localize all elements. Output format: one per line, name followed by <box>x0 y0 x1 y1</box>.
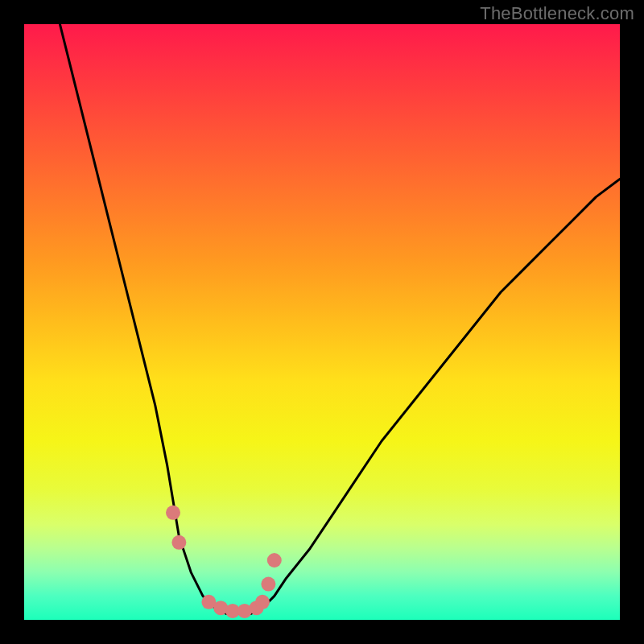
marker-point <box>171 535 186 550</box>
plot-area <box>24 24 620 620</box>
marker-point <box>255 595 270 609</box>
curve-layer <box>24 24 620 620</box>
marker-group <box>166 506 282 618</box>
chart-frame: TheBottleneck.com <box>0 0 644 644</box>
marker-point <box>267 553 282 568</box>
bottleneck-curve <box>60 24 620 614</box>
marker-point <box>261 577 275 592</box>
watermark-text: TheBottleneck.com <box>480 3 634 24</box>
marker-point <box>166 506 180 520</box>
